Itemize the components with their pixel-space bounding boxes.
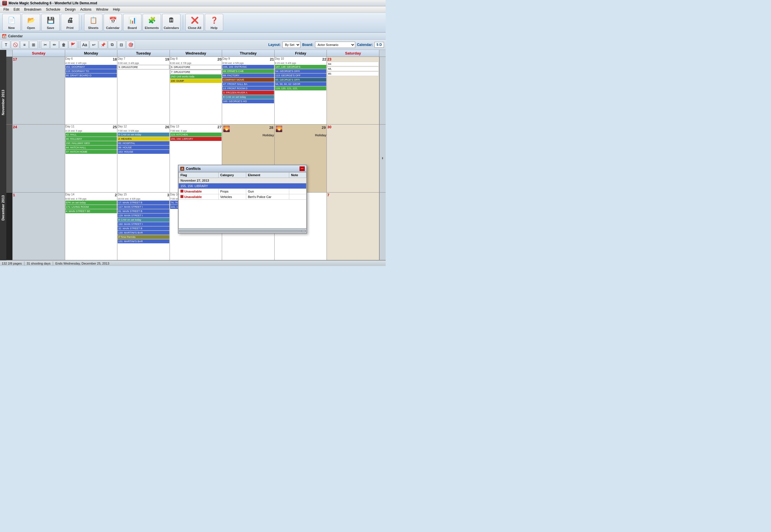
- event[interactable]: 166, 169: ENTRANC: [222, 65, 274, 69]
- day-nov-19[interactable]: Day 7 19 3:00 est; 3 4/8 pgs 5: DRUGSTOR…: [117, 57, 170, 124]
- event[interactable]: EPK on set today: [65, 201, 117, 205]
- scene-button[interactable]: ≡: [20, 41, 29, 49]
- scissors-button[interactable]: ✂: [41, 41, 50, 49]
- event[interactable]: B CAM on set today: [222, 95, 274, 99]
- delete-button[interactable]: 🗑: [59, 41, 68, 49]
- menu-help[interactable]: Help: [111, 7, 123, 12]
- event[interactable]: 56, 58, 60, 62: GEOR: [275, 82, 327, 86]
- event[interactable]: 119, 120, 121, 122,: [275, 86, 327, 90]
- elements-button[interactable]: 🧩 Elements: [143, 14, 161, 31]
- conflicts-scrollbar[interactable]: [178, 228, 306, 233]
- menu-schedule[interactable]: Schedule: [44, 7, 63, 12]
- event[interactable]: 147, 148: GEORGE'S: [275, 65, 327, 69]
- event[interactable]: 3: FROZEN RIVER A: [222, 91, 274, 95]
- breakdown-button[interactable]: ⊞: [29, 41, 38, 49]
- event[interactable]: 155, 156: LIBRARY: [170, 137, 222, 141]
- event[interactable]: 46: HALLWAY: [65, 137, 117, 141]
- day-nov-25[interactable]: Day 11 25 4:15 est; 5 pgs 42: HALL 46: H…: [65, 125, 118, 192]
- board-button[interactable]: 📊 Board: [123, 14, 141, 31]
- event[interactable]: 117: MAIN STREET I: [118, 205, 169, 209]
- copy-button[interactable]: ⧉: [108, 41, 116, 49]
- day-nov-18[interactable]: Day 6 18 4:20 est; 2 4/8 pgs 151: DOORWA…: [65, 57, 118, 124]
- event[interactable]: 129: MAIN STREET I: [118, 213, 169, 218]
- day-nov-23[interactable]: 23 84: 68, 85:: [327, 57, 379, 124]
- calendar-button[interactable]: 📅 Calendar: [104, 14, 122, 31]
- help-button[interactable]: ❓ Help: [205, 14, 223, 31]
- event[interactable]: 123: KITCHEN: [170, 133, 222, 137]
- event[interactable]: 151: DOORWAY: [65, 65, 117, 69]
- event[interactable]: 5: DRUGSTORE: [170, 65, 222, 69]
- day-dec-1[interactable]: 1: [13, 193, 65, 260]
- event[interactable]: 4: MAIN STREET BE: [65, 209, 117, 213]
- text-format-button[interactable]: T: [2, 41, 10, 49]
- menu-window[interactable]: Window: [94, 7, 111, 12]
- calendars-button[interactable]: 🗓 Calendars: [162, 14, 180, 31]
- event[interactable]: 5: DRUGSTORE: [118, 65, 169, 69]
- event[interactable]: 49: ERNIE'S CAB: [222, 69, 274, 73]
- new-button[interactable]: 📄 New: [2, 14, 21, 31]
- event[interactable]: 115: DOORWAY TO: [65, 69, 117, 73]
- scroll-arrow[interactable]: ⬍: [381, 157, 384, 160]
- event[interactable]: 32: MAIN STREET B: [118, 226, 169, 230]
- close-all-button[interactable]: ❌ Close All: [185, 14, 204, 31]
- event[interactable]: 113: GEORGE'S OFF: [275, 73, 327, 77]
- event[interactable]: COMPANY MOVE: [222, 78, 274, 82]
- day-dec-2[interactable]: Day 14 2 9:00 est; 4 7/8 pgs EPK on set …: [65, 193, 118, 260]
- back-button[interactable]: ↩: [90, 41, 98, 49]
- print-button[interactable]: 🖨 Print: [61, 14, 79, 31]
- event[interactable]: 54: GEORGE'S OFFI: [275, 69, 327, 73]
- open-button[interactable]: 📂 Open: [22, 14, 40, 31]
- event[interactable]: 65: GEORGE'S OFFI: [275, 78, 327, 82]
- event[interactable]: B CAM on set today: [118, 133, 169, 137]
- edit-button[interactable]: ✏: [50, 41, 59, 49]
- day-nov-21[interactable]: Day 9 21 8:50 est; 4 5/8 pgs 166, 169: E…: [222, 57, 275, 124]
- sort-button[interactable]: Aa: [80, 41, 89, 49]
- event[interactable]: 131: MARTINI'S BAR: [118, 239, 169, 243]
- day-nov-17[interactable]: 17: [13, 57, 65, 124]
- event[interactable]: 7: DRUGSTORE: [170, 70, 222, 74]
- flag-button[interactable]: 🚩: [69, 41, 77, 49]
- menu-actions[interactable]: Actions: [78, 7, 94, 12]
- save-button[interactable]: 💾 Save: [41, 14, 60, 31]
- menu-file[interactable]: File: [1, 7, 11, 12]
- event[interactable]: 44: HATCH HALL: [65, 145, 117, 149]
- day-nov-22[interactable]: Day 10 22 9:15 est; 3 4/8 pgs 147, 148: …: [275, 57, 327, 124]
- menu-edit[interactable]: Edit: [11, 7, 22, 12]
- event[interactable]: 13: FRONT ROOM D: [222, 86, 274, 90]
- day-nov-24[interactable]: 24: [13, 125, 65, 192]
- event[interactable]: 42: HALL: [65, 133, 117, 137]
- event[interactable]: 130: MARTINI'S BAR: [118, 231, 169, 235]
- event[interactable]: 171: LIVING ROOM: [65, 205, 117, 209]
- board-select[interactable]: Actor Scenario: [315, 42, 355, 48]
- event[interactable]: If Time Permits: [118, 235, 169, 239]
- event[interactable]: 165: GEORGE'S HO: [222, 99, 274, 103]
- event[interactable]: 37: HATCH HOME: [65, 150, 117, 154]
- grid-button[interactable]: ⊟: [117, 41, 126, 49]
- event[interactable]: 82: HOSPITAL: [118, 141, 169, 145]
- event[interactable]: 90: DRAFT BOARD O: [65, 73, 117, 77]
- day-dec-7[interactable]: 7: [327, 193, 379, 260]
- event[interactable]: B CAM on set today: [118, 218, 169, 222]
- event[interactable]: 89: FACTORY: [222, 73, 274, 77]
- event[interactable]: 153: HOUSE: [118, 150, 169, 154]
- conflict-row-1[interactable]: Unavailable Props Gun: [179, 189, 306, 194]
- event[interactable]: 160: MAIN STREET I: [118, 222, 169, 226]
- day-dec-3[interactable]: Day 15 3 16:04 est; 4 6/8 pgs 17: MAIN S…: [117, 193, 170, 260]
- event[interactable]: 150: HALLWAY GEO: [65, 141, 117, 145]
- menu-breakdown[interactable]: Breakdown: [22, 7, 44, 12]
- sheets-button[interactable]: 📋 Sheets: [84, 14, 102, 31]
- day-nov-20[interactable]: Day 8 20 6:00 est; 3 7/8 pgs 5: DRUGSTOR…: [170, 57, 222, 124]
- conflicts-close-button[interactable]: —: [300, 166, 305, 171]
- event[interactable]: 100: DUMP: [170, 79, 222, 83]
- conflict-row-2[interactable]: Unavailable Vehicles Bert's Police Car: [179, 194, 306, 200]
- layout-select[interactable]: By Set: [282, 42, 300, 48]
- no-button[interactable]: 🚫: [11, 41, 20, 49]
- target-button[interactable]: 🎯: [126, 41, 135, 49]
- day-nov-26[interactable]: Day 12 26 7:00 est; 3 5/8 pgs B CAM on s…: [117, 125, 170, 192]
- pin-button[interactable]: 📌: [99, 41, 107, 49]
- day-nov-30[interactable]: 30: [327, 125, 379, 192]
- event[interactable]: 47: FRONT HALL BA: [222, 82, 274, 86]
- event[interactable]: 99: HOUSE: [118, 145, 169, 149]
- menu-design[interactable]: Design: [63, 7, 78, 12]
- event[interactable]: 81: MAIN STREET B: [118, 209, 169, 213]
